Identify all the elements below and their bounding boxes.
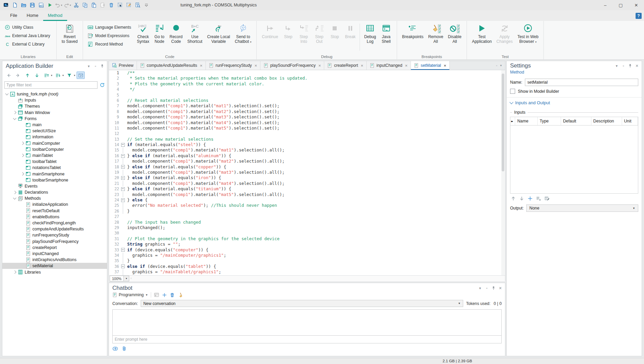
forward-button[interactable] — [14, 72, 22, 79]
node-text-button[interactable] — [77, 72, 85, 79]
list-up-button[interactable] — [42, 72, 50, 79]
copy-button[interactable] — [81, 1, 89, 9]
fold-toggle-icon[interactable] — [120, 164, 125, 170]
tree-item-tuning-fork-mph[interactable]: Atuning_fork.mph (root) — [2, 91, 107, 97]
tree-filter-input[interactable] — [4, 81, 97, 89]
undo-button[interactable]: ▾ — [55, 1, 63, 9]
utility-class-button[interactable]: Utility Class — [3, 23, 52, 31]
tree-item-events[interactable]: Events — [2, 183, 107, 189]
tree-item-toolbartablet[interactable]: toolbarTablet — [2, 159, 107, 165]
chevron-down-icon[interactable]: ▾ — [478, 286, 482, 290]
tree-item-playsoundforfrequency[interactable]: playSoundForFrequency — [2, 239, 107, 245]
editor-tab-inputchanged[interactable]: inputChanged× — [367, 61, 411, 70]
check-syntax-button[interactable]: [ABC]CheckSyntax — [135, 22, 152, 44]
edit-table-icon[interactable] — [544, 196, 550, 201]
tree-item-computeandupdateresults[interactable]: computeAndUpdateResults — [2, 226, 107, 232]
use-shortcut-button[interactable]: B+CUseShortcut — [185, 22, 205, 44]
maximize-button[interactable]: ▢ — [613, 0, 628, 10]
chatbot-prompt-input[interactable] — [113, 337, 501, 342]
tree-item-initializeapplication[interactable]: initializeApplication — [2, 201, 107, 207]
find-button[interactable] — [134, 1, 142, 9]
tree-expander-icon[interactable] — [13, 111, 17, 114]
scrollbar-thumb[interactable] — [502, 74, 504, 171]
float-icon[interactable]: ▫ — [93, 64, 97, 68]
tree-item-resettodefault[interactable]: resetToDefault — [2, 208, 107, 214]
duplicate-button[interactable] — [99, 1, 107, 9]
editor-tab-preview[interactable]: Preview — [109, 61, 137, 70]
tree-item-information[interactable]: information — [2, 134, 107, 140]
editor-tab-computeandupdateresults[interactable]: computeAndUpdateResults× — [137, 61, 206, 70]
down-button[interactable] — [33, 72, 41, 79]
vertical-scrollbar[interactable] — [501, 70, 505, 275]
new-file-button[interactable] — [11, 1, 19, 9]
up-button[interactable] — [23, 72, 31, 79]
tree-item-methods[interactable]: Methods — [2, 195, 107, 201]
add-input-icon[interactable] — [528, 196, 533, 201]
debug-log-button[interactable]: DebugLog — [362, 22, 378, 44]
conversation-select[interactable]: New conversation ▼ — [141, 300, 464, 307]
inputs-table[interactable]: ▸▸NameTypeDefaultDescriptionUnit — [510, 117, 638, 194]
horizontal-scrollbar[interactable]: ‹ — [129, 276, 505, 281]
code-area[interactable]: 1/**2 * Sets the material properties whe… — [109, 70, 505, 275]
fold-toggle-icon[interactable] — [120, 197, 125, 203]
menu-tab-home[interactable]: Home — [22, 10, 43, 21]
send-prompt-icon[interactable] — [112, 346, 118, 352]
tree-item-checkfindpronglength[interactable]: checkFindProngLength — [2, 220, 107, 226]
chevron-down-icon[interactable]: ▾ — [87, 64, 91, 68]
fold-toggle-icon[interactable] — [120, 247, 125, 253]
tree-item-maintablet[interactable]: mainTablet — [2, 152, 107, 159]
close-tab-icon[interactable]: × — [444, 63, 446, 68]
close-tab-icon[interactable]: × — [318, 63, 321, 68]
chevron-down-icon[interactable]: ▾ — [615, 64, 619, 68]
back-button[interactable] — [4, 72, 12, 79]
tree-item-enablebuttons[interactable]: enableButtons — [2, 214, 107, 220]
list-down-button[interactable] — [54, 72, 62, 79]
scroll-left-icon[interactable]: ‹ — [131, 276, 132, 280]
paste-button[interactable] — [90, 1, 98, 9]
redo-button[interactable]: ▾ — [63, 1, 72, 9]
editor-tab-playsoundforfrequency[interactable]: playSoundForFrequency× — [260, 61, 324, 70]
close-tab-icon[interactable]: × — [200, 63, 202, 68]
select-region-button[interactable] — [116, 1, 124, 9]
java-shell-button[interactable]: JavaShell — [379, 22, 394, 44]
remove-all-button[interactable]: RemoveAll — [426, 22, 446, 44]
revert-to-saved-button[interactable]: Revertto Saved — [59, 22, 80, 44]
tree-expander-icon[interactable] — [13, 196, 17, 200]
tree-item-main[interactable]: main — [2, 122, 107, 128]
editor-tab-setmaterial[interactable]: setMaterial× — [411, 61, 450, 70]
close-icon[interactable]: ✕ — [498, 286, 502, 290]
create-local-variable-button[interactable]: a=TCreate LocalVariable — [205, 22, 232, 44]
chevron-down-icon[interactable]: ▼ — [500, 64, 502, 67]
breakpoints-button[interactable]: Breakpoints — [400, 22, 426, 39]
editor-zoom-select[interactable]: 100% ▼ — [110, 276, 129, 281]
refresh-icon[interactable] — [100, 82, 105, 88]
test-application-button[interactable]: TestApplication — [470, 22, 494, 44]
delete-button[interactable] — [107, 1, 115, 9]
tree-item-setmaterial[interactable]: setMaterial — [2, 263, 107, 269]
close-icon[interactable]: ✕ — [635, 64, 639, 68]
c-library-button[interactable]: CExternal C Library — [3, 40, 52, 48]
tree-expander-icon[interactable] — [13, 191, 17, 194]
tree-item-initgraphicsandbuttons[interactable]: initGraphicsAndButtons — [2, 257, 107, 263]
language-elements-button[interactable]: ABCLanguage Elements — [86, 23, 133, 31]
tree-item-inputs[interactable]: Inputs — [2, 97, 107, 103]
pin-icon[interactable] — [628, 64, 632, 68]
menu-tab-file[interactable]: File — [5, 10, 22, 21]
tree-item-selectuisize[interactable]: selectUISize — [2, 128, 107, 134]
filter-button[interactable] — [65, 72, 73, 79]
fold-toggle-icon[interactable] — [120, 153, 125, 159]
close-tab-icon[interactable]: × — [254, 63, 257, 68]
tree-item-runfrequencystudy[interactable]: runFrequencyStudy — [2, 232, 107, 238]
tree-item-inputchanged[interactable]: inputChanged — [2, 251, 107, 257]
tree-expander-icon[interactable] — [13, 271, 17, 274]
move-down-icon[interactable] — [519, 196, 524, 201]
tree-item-createreport[interactable]: createReport — [2, 245, 107, 251]
tree-item-notationstablet[interactable]: notationsTablet — [2, 165, 107, 171]
float-icon[interactable]: ▫ — [621, 64, 625, 68]
editor-tab-runfrequencystudy[interactable]: runFrequencyStudy× — [206, 61, 260, 70]
minimize-button[interactable]: – — [597, 0, 613, 10]
tree-item-mainsmartphone[interactable]: mainSmartphone — [2, 171, 107, 177]
close-tab-icon[interactable]: × — [405, 63, 408, 68]
help-button[interactable]: ? — [636, 13, 642, 19]
remove-all-inputs-icon[interactable] — [536, 196, 541, 201]
